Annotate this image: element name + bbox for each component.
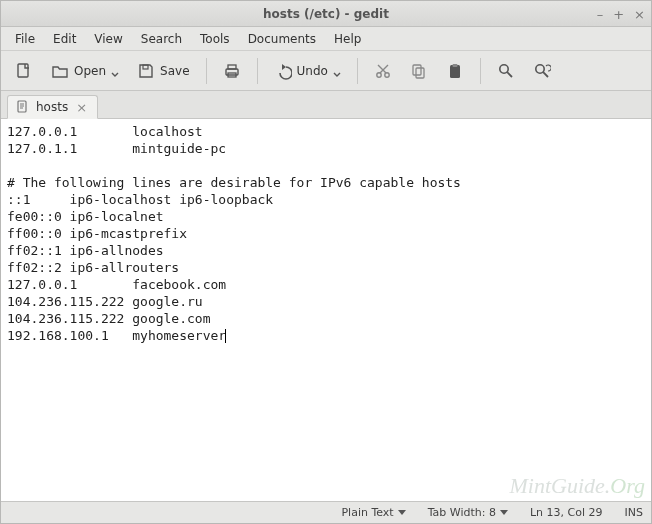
watermark: MintGuide.Org [510, 473, 645, 499]
tab-close-button[interactable]: × [74, 100, 89, 115]
save-label: Save [160, 64, 189, 78]
maximize-button[interactable]: + [613, 8, 624, 21]
svg-rect-8 [416, 68, 424, 78]
toolbar-separator [206, 58, 207, 84]
folder-open-icon [51, 62, 69, 80]
chevron-down-icon [398, 510, 406, 515]
search-replace-icon [533, 62, 551, 80]
status-language[interactable]: Plain Text [341, 506, 405, 519]
svg-rect-1 [143, 65, 148, 69]
svg-point-11 [500, 64, 508, 72]
open-label: Open [74, 64, 106, 78]
menu-help[interactable]: Help [326, 29, 369, 49]
status-position: Ln 13, Col 29 [530, 506, 603, 519]
minimize-button[interactable]: – [597, 8, 604, 21]
statusbar: Plain Text Tab Width: 8 Ln 13, Col 29 IN… [1, 501, 651, 523]
cut-button[interactable] [368, 58, 398, 84]
undo-label: Undo [297, 64, 328, 78]
window-title: hosts (/etc) - gedit [263, 7, 389, 21]
svg-rect-0 [18, 64, 28, 77]
tab-label: hosts [36, 100, 68, 114]
svg-rect-10 [452, 64, 457, 67]
copy-button[interactable] [404, 58, 434, 84]
new-document-button[interactable] [9, 58, 39, 84]
svg-point-5 [377, 72, 381, 76]
svg-rect-7 [413, 65, 421, 75]
document-icon [16, 100, 30, 114]
svg-point-6 [385, 72, 389, 76]
toolbar: Open Save Undo [1, 51, 651, 91]
undo-icon [274, 62, 292, 80]
tab-hosts[interactable]: hosts × [7, 95, 98, 119]
save-button[interactable]: Save [131, 58, 195, 84]
menu-search[interactable]: Search [133, 29, 190, 49]
close-button[interactable]: × [634, 8, 645, 21]
new-document-icon [15, 62, 33, 80]
status-tabwidth[interactable]: Tab Width: 8 [428, 506, 508, 519]
status-insert-mode: INS [625, 506, 643, 519]
menubar: File Edit View Search Tools Documents He… [1, 27, 651, 51]
paste-icon [446, 62, 464, 80]
menu-view[interactable]: View [86, 29, 130, 49]
find-button[interactable] [491, 58, 521, 84]
save-icon [137, 62, 155, 80]
find-replace-button[interactable] [527, 58, 557, 84]
search-icon [497, 62, 515, 80]
editor-area[interactable]: 127.0.0.1 localhost 127.0.1.1 mintguide-… [1, 119, 651, 501]
toolbar-separator [357, 58, 358, 84]
copy-icon [410, 62, 428, 80]
toolbar-separator [480, 58, 481, 84]
editor-content[interactable]: 127.0.0.1 localhost 127.0.1.1 mintguide-… [1, 119, 651, 348]
menu-edit[interactable]: Edit [45, 29, 84, 49]
text-cursor [225, 329, 226, 343]
menu-tools[interactable]: Tools [192, 29, 238, 49]
undo-dropdown-icon[interactable] [333, 64, 341, 78]
paste-button[interactable] [440, 58, 470, 84]
open-dropdown-icon[interactable] [111, 64, 119, 78]
menu-file[interactable]: File [7, 29, 43, 49]
window-controls: – + × [597, 1, 645, 27]
print-icon [223, 62, 241, 80]
svg-rect-3 [228, 65, 236, 69]
tab-row: hosts × [1, 91, 651, 119]
print-button[interactable] [217, 58, 247, 84]
menu-documents[interactable]: Documents [240, 29, 324, 49]
cut-icon [374, 62, 392, 80]
titlebar: hosts (/etc) - gedit – + × [1, 1, 651, 27]
toolbar-separator [257, 58, 258, 84]
undo-button[interactable]: Undo [268, 58, 347, 84]
chevron-down-icon [500, 510, 508, 515]
svg-point-12 [536, 64, 544, 72]
open-button[interactable]: Open [45, 58, 125, 84]
